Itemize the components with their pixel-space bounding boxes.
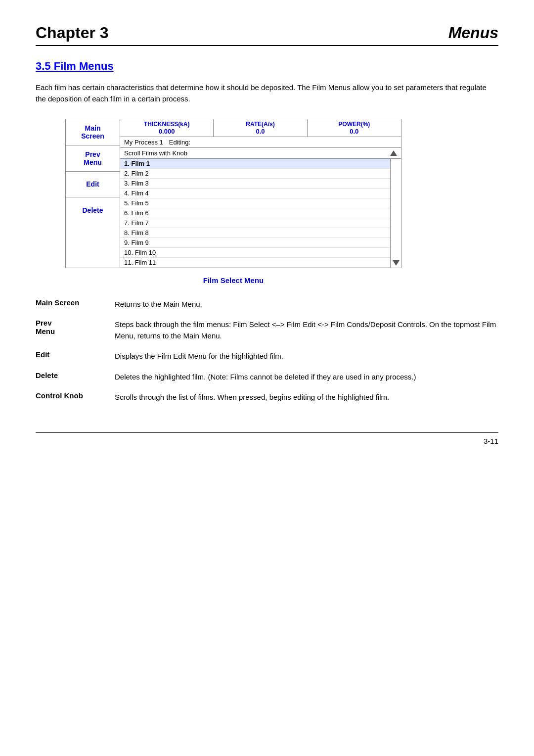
header: Chapter 3 Menus bbox=[36, 24, 498, 46]
ui-caption: Film Select Menu bbox=[65, 276, 401, 284]
desc-delete: Delete Deletes the highlighted film. (No… bbox=[36, 371, 498, 382]
editing-label: Editing: bbox=[169, 139, 190, 146]
power-label: POWER(%) bbox=[312, 121, 397, 128]
film-item-4[interactable]: 4. Film 4 bbox=[120, 189, 390, 198]
desc-main-screen: Main Screen Returns to the Main Menu. bbox=[36, 298, 498, 310]
rate-col: RATE(A/s) 0.0 bbox=[214, 119, 307, 137]
term-prev-menu: Prev Menu bbox=[36, 319, 115, 335]
term-control-knob: Control Knob bbox=[36, 391, 115, 400]
description-table: Main Screen Returns to the Main Menu. Pr… bbox=[36, 298, 498, 403]
term-edit: Edit bbox=[36, 350, 115, 359]
scroll-hint-text: Scroll Films with Knob bbox=[124, 149, 187, 157]
process-name: My Process 1 bbox=[124, 139, 163, 146]
film-item-7[interactable]: 7. Film 7 bbox=[120, 218, 390, 228]
page-number: 3-11 bbox=[484, 437, 498, 445]
film-item-2[interactable]: 2. Film 2 bbox=[120, 169, 390, 179]
def-edit: Displays the Film Edit Menu for the high… bbox=[115, 350, 498, 362]
film-item-3[interactable]: 3. Film 3 bbox=[120, 179, 390, 189]
film-item-6[interactable]: 6. Film 6 bbox=[120, 208, 390, 218]
film-item-10[interactable]: 10. Film 10 bbox=[120, 248, 390, 258]
process-row: My Process 1 Editing: bbox=[120, 137, 401, 148]
term-main-screen: Main Screen bbox=[36, 298, 115, 307]
rate-label: RATE(A/s) bbox=[218, 121, 303, 128]
def-delete: Deletes the highlighted film. (Note: Fil… bbox=[115, 371, 498, 382]
power-value: 0.0 bbox=[312, 128, 397, 135]
prev-menu-button[interactable]: Prev Menu bbox=[66, 145, 120, 172]
film-item-5[interactable]: 5. Film 5 bbox=[120, 198, 390, 208]
desc-edit: Edit Displays the Film Edit Menu for the… bbox=[36, 350, 498, 362]
ui-mockup: Main Screen Prev Menu Edit Delete THICKN… bbox=[65, 119, 401, 268]
page: Chapter 3 Menus 3.5 Film Menus Each film… bbox=[0, 0, 534, 475]
def-main-screen: Returns to the Main Menu. bbox=[115, 298, 498, 310]
scrollbar bbox=[390, 159, 401, 268]
ui-sidebar: Main Screen Prev Menu Edit Delete bbox=[66, 119, 120, 268]
desc-prev-menu: Prev Menu Steps back through the film me… bbox=[36, 319, 498, 342]
rate-value: 0.0 bbox=[218, 128, 303, 135]
def-prev-menu: Steps back through the film menus: Film … bbox=[115, 319, 498, 342]
film-item-1[interactable]: 1. Film 1 bbox=[120, 159, 390, 169]
film-item-11[interactable]: 11. Film 11 bbox=[120, 258, 390, 268]
edit-button[interactable]: Edit bbox=[66, 172, 120, 197]
ui-main-area: THICKNESS(kA) 0.000 RATE(A/s) 0.0 POWER(… bbox=[120, 119, 401, 268]
footer: 3-11 bbox=[36, 432, 498, 445]
ui-header-row: THICKNESS(kA) 0.000 RATE(A/s) 0.0 POWER(… bbox=[120, 119, 401, 137]
thickness-value: 0.000 bbox=[124, 128, 209, 135]
chapter-label: Chapter 3 bbox=[36, 24, 109, 42]
delete-button[interactable]: Delete bbox=[66, 197, 120, 223]
section-title: 3.5 Film Menus bbox=[36, 60, 498, 73]
main-screen-button[interactable]: Main Screen bbox=[66, 119, 120, 145]
scroll-up-icon[interactable] bbox=[390, 150, 397, 156]
film-item-8[interactable]: 8. Film 8 bbox=[120, 228, 390, 238]
film-item-9[interactable]: 9. Film 9 bbox=[120, 238, 390, 248]
thickness-label: THICKNESS(kA) bbox=[124, 121, 209, 128]
power-col: POWER(%) 0.0 bbox=[308, 119, 401, 137]
scroll-hint-row: Scroll Films with Knob bbox=[120, 148, 401, 159]
film-list: 1. Film 1 2. Film 2 3. Film 3 4. Film 4 … bbox=[120, 159, 390, 268]
menus-label: Menus bbox=[448, 24, 498, 42]
thickness-col: THICKNESS(kA) 0.000 bbox=[120, 119, 214, 137]
def-control-knob: Scrolls through the list of films. When … bbox=[115, 391, 498, 403]
term-delete: Delete bbox=[36, 371, 115, 379]
film-list-container: 1. Film 1 2. Film 2 3. Film 3 4. Film 4 … bbox=[120, 159, 401, 268]
scroll-down-icon[interactable] bbox=[393, 260, 400, 266]
desc-control-knob: Control Knob Scrolls through the list of… bbox=[36, 391, 498, 403]
intro-paragraph: Each film has certain characteristics th… bbox=[36, 82, 498, 105]
